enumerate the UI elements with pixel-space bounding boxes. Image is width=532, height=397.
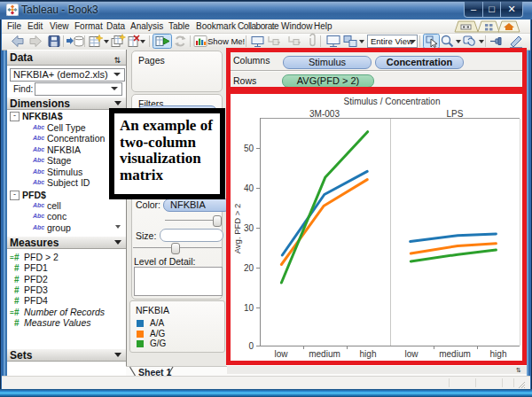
svg-text:Entire View: Entire View (371, 36, 413, 46)
svg-text:Show Me!: Show Me! (207, 36, 245, 46)
